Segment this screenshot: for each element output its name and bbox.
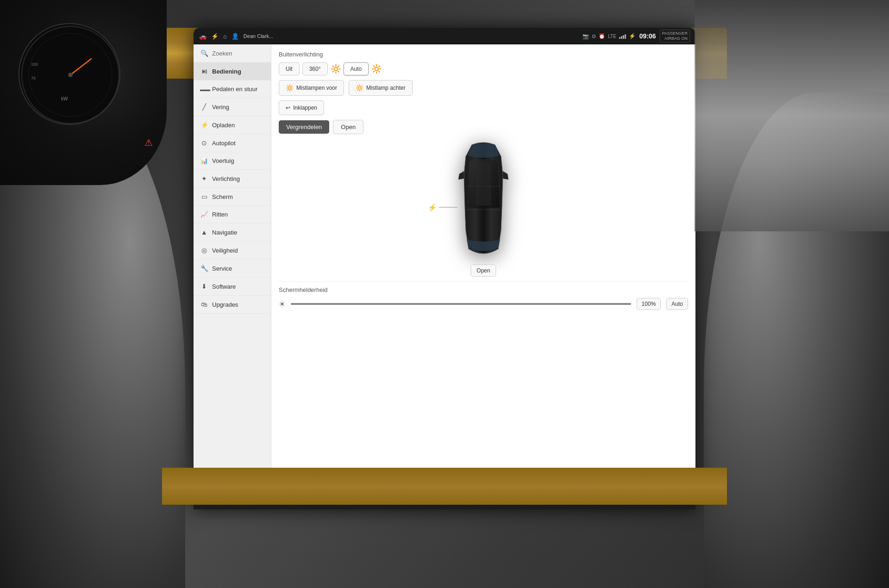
brightness-row: ☀ 100% Auto [279, 298, 688, 310]
bediening-icon: ⏯ [200, 68, 208, 75]
voertuig-icon: 📊 [200, 157, 208, 164]
light-off-button[interactable]: Uit [279, 62, 300, 75]
light-auto-button[interactable]: Auto [344, 62, 369, 75]
sidebar-label-ritten: Ritten [212, 211, 228, 218]
software-icon: ⬇ [200, 283, 208, 290]
warning-triangle-icon: ⚠ [144, 137, 153, 148]
sidebar-label-service: Service [212, 265, 232, 272]
brightness-slider-track [291, 303, 631, 305]
instrument-cluster: 150 75 kW ⚠ [0, 0, 167, 185]
sidebar-label-navigatie: Navigatie [212, 229, 237, 236]
scherm-icon: ▭ [200, 193, 208, 200]
lighting-section-title: Buitenverlichting [279, 51, 688, 58]
speedometer-svg: 150 75 kW [19, 24, 121, 126]
vergrendelen-button[interactable]: Vergrendelen [279, 120, 329, 134]
lightning-car-icon: ⚡ [428, 203, 437, 212]
open-bottom-button[interactable]: Open [470, 265, 496, 277]
time-display: 09:06 [639, 32, 656, 40]
charge-line [439, 207, 457, 208]
fog-rear-icon: 🔆 [356, 84, 363, 92]
ritten-icon: 📈 [200, 211, 208, 218]
inklappen-button[interactable]: ↩ Inklappen [279, 100, 324, 115]
status-bar-center: 📷 ⊙ ⏰ LTE ⚡ 09:06 [582, 32, 656, 40]
fog-front-label: Mistlampen voor [296, 85, 337, 91]
sidebar-item-search[interactable]: 🔍 Zoeken [194, 44, 271, 62]
sidebar-item-software[interactable]: ⬇ Software [194, 278, 271, 296]
alarm-icon: ⏰ [599, 33, 605, 39]
lock-controls: Vergrendelen Open [279, 120, 688, 134]
open-top-button[interactable]: Open [333, 120, 363, 134]
sidebar-item-opladen[interactable]: ⚡ Opladen [194, 116, 271, 134]
lte-label: LTE [608, 34, 616, 39]
sidebar-item-navigatie[interactable]: ▲ Navigatie [194, 223, 271, 241]
signal-bar-2 [621, 36, 622, 39]
sidebar-item-scherm[interactable]: ▭ Scherm [194, 188, 271, 206]
main-screen: 🚗 ⚡ ⌂ 👤 Dean Clark... 📷 ⊙ ⏰ LTE [194, 28, 695, 509]
sidebar-item-upgrades[interactable]: 🛍 Upgrades [194, 296, 271, 314]
speedometer: 150 75 kW [19, 23, 120, 125]
svg-text:kW: kW [61, 96, 68, 101]
brightness-auto-button[interactable]: Auto [666, 298, 688, 310]
pedalen-icon: ▬▬ [200, 87, 208, 92]
sidebar-item-verlichting[interactable]: ✦ Verlichting [194, 170, 271, 188]
sidebar-label-upgrades: Upgrades [212, 301, 238, 308]
svg-text:75: 75 [31, 76, 36, 80]
sidebar-label-pedalen: Pedalen en stuur [212, 86, 257, 93]
sidebar-item-service[interactable]: 🔧 Service [194, 260, 271, 278]
status-icons-row: 📷 ⊙ ⏰ LTE ⚡ [582, 33, 636, 39]
sidebar-item-pedalen[interactable]: ▬▬ Pedalen en stuur [194, 80, 271, 98]
wood-trim-bottom [162, 468, 727, 505]
circle-status-icon: ⊙ [592, 33, 596, 39]
fog-front-icon: 🔆 [286, 84, 294, 92]
brightness-value: 100% [637, 298, 661, 310]
autopilot-icon: ⊙ [200, 139, 208, 147]
status-bar-right: PASSENGER AIRBAG ON [660, 30, 690, 43]
sidebar: 🔍 Zoeken ⏯ Bediening ▬▬ Pedalen en stuur… [194, 44, 271, 509]
brightness-title: Schermhelderheid [279, 286, 688, 293]
sidebar-item-bediening[interactable]: ⏯ Bediening [194, 62, 271, 80]
signal-bar-1 [619, 37, 620, 39]
signal-bar-3 [623, 35, 624, 39]
brightness-slider-fill [291, 303, 631, 305]
lighting-controls: Uit 360° 🔆 Auto 🔆 [279, 62, 688, 75]
sidebar-item-ritten[interactable]: 📈 Ritten [194, 206, 271, 223]
user-name-label: Dean Clark... [244, 33, 273, 39]
main-panel: Buitenverlichting Uit 360° 🔆 Auto 🔆 🔆 Mi… [271, 44, 695, 509]
light-360-button[interactable]: 360° [302, 62, 328, 75]
sidebar-label-scherm: Scherm [212, 193, 233, 200]
sidebar-item-autopilot[interactable]: ⊙ Autopilot [194, 134, 271, 152]
svg-line-8 [70, 59, 91, 75]
status-bar: 🚗 ⚡ ⌂ 👤 Dean Clark... 📷 ⊙ ⏰ LTE [194, 28, 695, 44]
brightness-section: Schermhelderheid ☀ 100% Auto [279, 281, 688, 310]
opladen-icon: ⚡ [200, 121, 208, 129]
sidebar-item-vering[interactable]: ╱ Vering [194, 98, 271, 116]
navigatie-icon: ▲ [200, 229, 208, 236]
car-top-view-svg [446, 138, 520, 272]
sidebar-label-autopilot: Autopilot [212, 140, 236, 147]
svg-point-9 [68, 73, 73, 77]
brightness-icon: ☀ [279, 300, 285, 309]
lightning-status-icon: ⚡ [211, 33, 219, 40]
screen-content: 🔍 Zoeken ⏯ Bediening ▬▬ Pedalen en stuur… [194, 44, 695, 509]
inklappen-icon: ↩ [286, 105, 290, 111]
car-diagram-container: ⚡ Open [419, 138, 548, 277]
sidebar-label-verlichting: Verlichting [212, 175, 240, 182]
status-bar-left: 🚗 ⚡ ⌂ 👤 Dean Clark... [199, 33, 579, 40]
inklappen-label: Inklappen [293, 105, 317, 111]
car-interior-background: 🚗 ⚡ ⌂ 👤 Dean Clark... 📷 ⊙ ⏰ LTE [0, 0, 889, 588]
sidebar-item-voertuig[interactable]: 📊 Voertuig [194, 152, 271, 170]
passenger-airbag-label: PASSENGER AIRBAG ON [660, 30, 690, 43]
sidebar-label-software: Software [212, 283, 236, 290]
mistlampen-voor-button[interactable]: 🔆 Mistlampen voor [279, 80, 344, 96]
mistlamp-achter-button[interactable]: 🔆 Mistlamp achter [349, 80, 413, 96]
sidebar-label-voertuig: Voertuig [212, 157, 234, 164]
sidebar-label-vering: Vering [212, 104, 229, 111]
signal-bar-4 [625, 34, 626, 39]
charge-port-indicator: ⚡ [428, 203, 457, 212]
sidebar-label-opladen: Opladen [212, 122, 235, 129]
service-icon: 🔧 [200, 265, 208, 272]
car-status-icon: 🚗 [199, 33, 207, 40]
sidebar-item-veiligheid[interactable]: ◎ Veiligheid [194, 241, 271, 260]
right-panel [695, 0, 889, 231]
search-icon: 🔍 [200, 50, 208, 57]
